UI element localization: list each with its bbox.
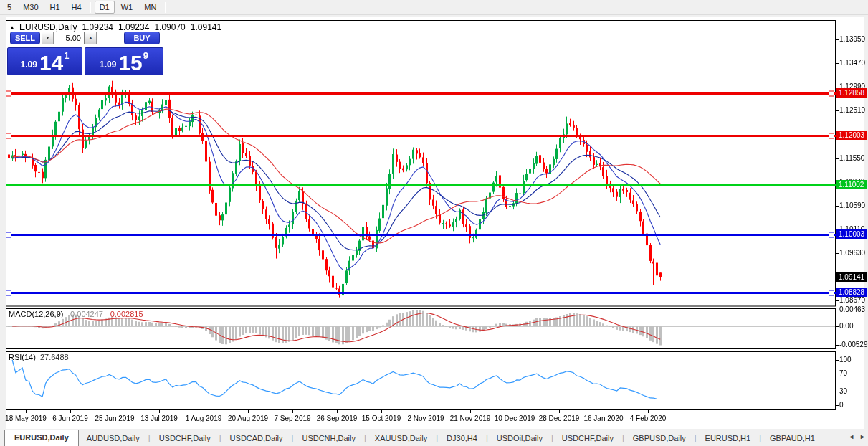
price-level-label: 1.11002 [836,180,867,189]
macd-title: MACD(12,26,9) [9,310,63,318]
chart-tab-eurusd-daily[interactable]: EURUSD,Daily [4,430,79,446]
chart-tab-gbpaud-h1[interactable]: GBPAUD,H1 [762,432,823,445]
tab-scroll-arrows: ◄ ► [848,433,866,440]
chart-tab-audusd-daily[interactable]: AUDUSD,Daily [79,432,148,445]
date-axis-label: 4 Feb 2020 [618,414,678,422]
macd-indicator-label: MACD(12,26,9) -0.004247 -0.002815 [9,310,143,318]
tab-separator: | [622,434,624,442]
buy-price-pip-digit: 9 [143,50,148,61]
volume-input[interactable] [54,32,85,44]
timeframe-button-w1[interactable]: W1 [116,1,138,14]
sell-price-button[interactable]: 1.09 14 1 [7,47,82,75]
ohlc-close: 1.09141 [191,22,221,32]
price-axis-tick: 1.08670 [839,296,868,305]
macd-signal-value: -0.002815 [108,310,143,318]
ohlc-low: 1.09070 [154,22,185,32]
rsi-axis-tick: 70 [839,369,868,378]
tab-separator: | [436,434,438,442]
chart-tab-xauusd-daily[interactable]: XAUUSD,Daily [367,432,435,445]
tab-separator: | [219,434,221,442]
ohlc-open: 1.09234 [82,22,113,32]
volume-decrease-button[interactable]: ▼ [42,32,54,44]
timeframe-button-5[interactable]: 5 [2,1,16,14]
tab-separator: | [695,434,697,442]
tab-separator: | [364,434,366,442]
price-axis-tick: 1.13950 [839,35,868,44]
chart-title: ▲ EURUSD,Daily 1.09234 1.09234 1.09070 1… [9,22,226,32]
toolbar-separator [90,2,91,13]
current-price-label: 1.09141 [836,272,867,282]
chart-tab-dj30-h4[interactable]: DJ30,H4 [439,432,485,445]
price-level-label: 1.10003 [836,229,867,239]
rsi-indicator-label: RSI(14) 27.6488 [9,353,69,361]
sell-price-big-digits: 14 [39,54,63,72]
tab-scroll-right-icon[interactable]: ► [859,433,866,440]
rsi-axis-tick: 30 [839,387,868,396]
tab-separator: | [551,434,553,442]
tab-separator: | [148,434,151,442]
chart-tab-eurusd-h1[interactable]: EURUSD,H1 [697,432,759,445]
collapse-chart-icon[interactable]: ▲ [9,24,15,31]
chart-tab-usdcnh-daily[interactable]: USDCNH,Daily [294,432,363,445]
buy-price-prefix: 1.09 [100,60,116,70]
sell-price-pip-digit: 1 [64,50,69,61]
price-level-label: 1.12858 [836,88,867,98]
rsi-axis-tick: 100 [839,356,868,364]
chart-tab-usdoil-daily[interactable]: USDOil,Daily [489,432,550,445]
sell-price-prefix: 1.09 [21,60,37,70]
tab-scroll-left-icon[interactable]: ◄ [848,433,854,440]
ohlc-high: 1.09234 [118,22,149,32]
buy-button[interactable]: BUY [124,32,160,44]
chart-symbol-label: EURUSD,Daily [19,22,77,32]
timeframe-toolbar: 5M30H1H4D1W1MN [0,0,868,15]
chart-tab-usdchf-daily[interactable]: USDCHF,Daily [554,432,621,445]
price-axis-tick: 1.13470 [839,59,868,67]
macd-axis-tick: 0.00463 [839,305,868,314]
buy-price-button[interactable]: 1.09 15 9 [85,47,163,75]
price-axis-tick: 1.11550 [839,154,868,163]
sell-button[interactable]: SELL [10,32,40,44]
macd-axis-tick: 0.00 [839,322,868,331]
chart-tab-gbpusd-daily[interactable]: GBPUSD,Daily [625,432,694,445]
timeframe-button-m30[interactable]: M30 [18,1,43,14]
volume-increase-button[interactable]: ▲ [85,32,97,44]
price-level-label: 1.12003 [836,131,867,140]
timeframe-button-d1[interactable]: D1 [95,1,115,14]
timeframe-button-h4[interactable]: H4 [67,1,87,14]
tab-separator: | [292,434,294,442]
tab-separator: | [759,434,761,442]
macd-main-value: -0.004247 [67,310,103,318]
one-click-trading-panel: SELL ▼ ▲ BUY 1.09 14 1 1.09 15 9 [7,32,163,75]
timeframe-button-mn[interactable]: MN [139,1,161,14]
price-axis-tick: 1.12510 [839,106,868,115]
tab-separator: | [486,434,488,442]
chart-tab-usdchf-daily[interactable]: USDCHF,Daily [151,432,219,445]
price-level-label: 1.08828 [836,288,867,297]
chart-tab-usdcad-daily[interactable]: USDCAD,Daily [222,432,291,445]
chart-tab-bar: EURUSD,DailyAUDUSD,Daily|USDCHF,Daily|US… [0,430,868,446]
rsi-title: RSI(14) [9,353,36,361]
rsi-axis-tick: 0 [839,401,868,409]
price-axis-tick: 1.09630 [839,249,868,257]
timeframe-button-h1[interactable]: H1 [45,1,65,14]
rsi-value: 27.6488 [40,353,69,361]
buy-price-big-digits: 15 [118,54,142,72]
toolbar-separator [165,2,166,13]
macd-axis-tick: -0.005299 [839,341,868,349]
price-axis-tick: 1.10590 [839,201,868,210]
